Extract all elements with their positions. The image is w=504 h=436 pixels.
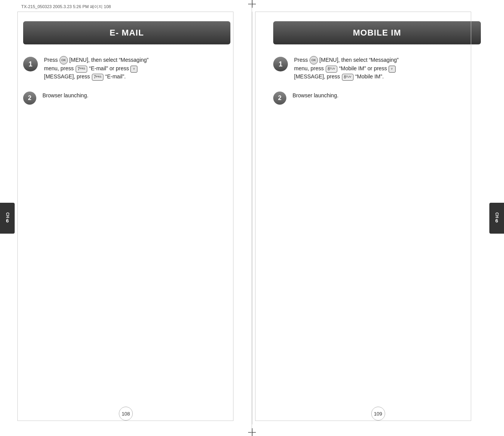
right-key-msg: ▿: [389, 66, 396, 73]
right-section-header: MOBILE IM: [273, 21, 481, 44]
chapter-tab-right-num: 6: [495, 218, 498, 224]
right-step1-im2: “Mobile IM”.: [355, 73, 384, 80]
left-step-1-num: 1: [29, 60, 32, 68]
left-step-2-text: Browser launching.: [42, 92, 88, 100]
left-step1-email2: “E-mail”.: [105, 73, 126, 80]
right-step1-menu: [MENU], then select “Messaging”: [320, 57, 399, 63]
left-key-ok: OK: [59, 56, 68, 64]
left-step-2-badge: 2: [23, 92, 36, 105]
left-step-1-text: Press OK [MENU], then select “Messaging”…: [44, 56, 149, 81]
right-section-title: MOBILE IM: [353, 28, 401, 38]
right-step1-msg2: [MESSAGE], press: [294, 73, 342, 80]
left-page: E- MAIL 1 Press OK [MENU], then select “…: [0, 0, 252, 436]
left-key-7b: 7PRS: [92, 74, 103, 81]
left-section-title: E- MAIL: [110, 28, 144, 38]
right-step-2-num: 2: [278, 95, 282, 102]
left-step-2-num: 2: [28, 95, 32, 102]
left-step1-menu: [MENU], then select “Messaging”: [69, 57, 149, 63]
left-step1-menu2: menu, press: [44, 65, 75, 71]
right-key-ok: OK: [310, 56, 318, 64]
right-step-2-text: Browser launching.: [293, 92, 338, 100]
left-key-msg: ▿: [130, 66, 137, 73]
left-step-1-badge: 1: [23, 57, 38, 71]
left-step1-msg2: [MESSAGE], press: [44, 73, 91, 80]
left-page-number: 108: [119, 407, 133, 421]
chapter-tab-left: CH 6: [0, 203, 15, 234]
chapter-tab-left-num: 6: [6, 218, 8, 224]
right-key-8: 8TUV: [326, 66, 337, 73]
left-step-2: 2 Browser launching.: [23, 92, 230, 105]
right-step-1: 1 Press OK [MENU], then select “Messagin…: [273, 56, 481, 81]
left-step1-press: Press: [44, 57, 59, 63]
right-step-2: 2 Browser launching.: [273, 92, 481, 105]
left-section-header: E- MAIL: [23, 21, 230, 44]
chapter-tab-right: CH 6: [489, 203, 504, 234]
right-step1-menu2: menu, press: [294, 65, 325, 71]
right-step-1-text: Press OK [MENU], then select “Messaging”…: [294, 56, 399, 81]
right-step-2-badge: 2: [273, 92, 286, 105]
right-step-1-badge: 1: [273, 57, 288, 71]
left-key-7: 7PRS: [76, 66, 87, 73]
right-key-8b: 8TUV: [342, 74, 353, 81]
right-step-1-num: 1: [279, 60, 282, 68]
chapter-tab-right-ch: CH: [495, 212, 499, 218]
chapter-tab-left-ch: CH: [5, 212, 10, 218]
left-step-1: 1 Press OK [MENU], then select “Messagin…: [23, 56, 230, 81]
right-page-number: 109: [371, 407, 385, 421]
left-step1-email: “E-mail” or press: [89, 65, 130, 71]
right-page: MOBILE IM 1 Press OK [MENU], then select…: [252, 0, 504, 436]
right-step1-press: Press: [294, 57, 310, 63]
right-step1-im: “Mobile IM” or press: [339, 65, 388, 71]
